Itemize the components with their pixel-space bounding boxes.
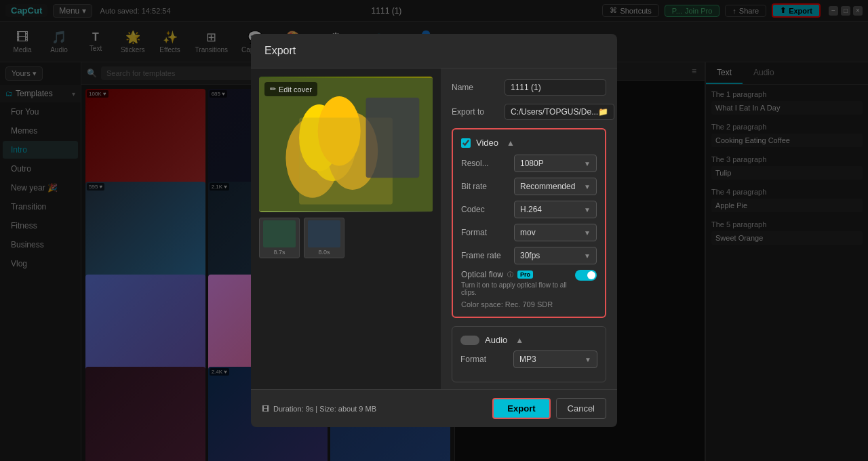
cover-container: ✏ Edit cover: [259, 77, 433, 212]
audio-format-arrow: ▼: [585, 356, 591, 363]
bitrate-value: Recommended: [520, 182, 575, 191]
audio-section: Audio ▲ Format MP3 ▼: [452, 326, 606, 382]
video-collapse-icon[interactable]: ▲: [507, 138, 515, 148]
optical-flow-toggle[interactable]: [575, 270, 597, 281]
resolution-select[interactable]: 1080P ▼: [514, 155, 597, 172]
bitrate-row: Bit rate Recommended ▼: [461, 178, 597, 195]
optical-flow-left: Optical flow ⓘ Pro Turn it on to apply o…: [461, 270, 570, 296]
dialog-thumb-image-1: [263, 220, 296, 247]
export-overlay: Export: [0, 0, 868, 461]
resolution-value: 1080P: [520, 159, 544, 168]
bitrate-label: Bit rate: [461, 182, 509, 191]
bitrate-arrow: ▼: [584, 183, 591, 191]
format-select[interactable]: mov ▼: [514, 224, 597, 241]
audio-section-title: Audio: [485, 335, 507, 345]
footer-buttons: Export Cancel: [492, 398, 606, 419]
name-value[interactable]: 1111 (1): [505, 79, 606, 96]
codec-arrow: ▼: [584, 206, 591, 214]
thumbnail-row-dialog: 8.7s 8.0s: [259, 218, 433, 258]
audio-collapse-icon[interactable]: ▲: [515, 336, 524, 345]
pro-badge: Pro: [517, 270, 533, 279]
dialog-export-button[interactable]: Export: [492, 398, 550, 419]
dialog-thumb-image-2: [308, 220, 340, 247]
audio-format-select[interactable]: MP3 ▼: [513, 350, 597, 368]
video-checkbox[interactable]: [461, 138, 471, 148]
format-value: mov: [520, 228, 536, 237]
dialog-title: Export: [264, 45, 296, 57]
svg-rect-7: [366, 98, 420, 178]
export-to-label: Export to: [452, 107, 499, 117]
codec-label: Codec: [461, 205, 509, 214]
video-section-title: Video: [476, 138, 498, 148]
codec-row: Codec H.264 ▼: [461, 201, 597, 218]
optical-flow-desc: Turn it on to apply optical flow to all …: [461, 281, 570, 296]
format-label: Format: [461, 228, 509, 237]
audio-format-value: MP3: [519, 355, 536, 364]
optical-flow-header: Optical flow ⓘ Pro: [461, 270, 570, 279]
audio-toggle-row: Audio ▲: [460, 335, 597, 345]
dialog-thumb-2[interactable]: 8.0s: [304, 218, 344, 258]
edit-icon: ✏: [270, 85, 276, 94]
dialog-thumb-time-2: 8.0s: [318, 249, 330, 256]
bitrate-select[interactable]: Recommended ▼: [514, 178, 597, 195]
format-row: Format mov ▼: [461, 224, 597, 241]
footer-info-text: Duration: 9s | Size: about 9 MB: [273, 405, 376, 413]
codec-value: H.264: [520, 205, 542, 214]
footer-info: 🎞 Duration: 9s | Size: about 9 MB: [262, 405, 376, 413]
framerate-select[interactable]: 30fps ▼: [514, 247, 597, 264]
dialog-settings-panel: Name 1111 (1) Export to C:/Users/TOPGUS/…: [441, 68, 617, 389]
optical-flow-label: Optical flow: [461, 270, 503, 279]
toggle-knob: [587, 271, 595, 279]
dialog-header: Export: [251, 34, 617, 68]
dialog-thumb-time-1: 8.7s: [273, 249, 285, 256]
video-section: Video ▲ Resol... 1080P ▼ Bit rate: [452, 128, 606, 318]
edit-cover-button[interactable]: ✏ Edit cover: [264, 82, 317, 96]
codec-select[interactable]: H.264 ▼: [514, 201, 597, 218]
cover-image: [259, 77, 433, 212]
cover-svg: [259, 77, 433, 212]
film-icon: 🎞: [262, 405, 269, 413]
color-space: Color space: Rec. 709 SDR: [461, 300, 597, 308]
resolution-row: Resol... 1080P ▼: [461, 155, 597, 172]
name-row: Name 1111 (1): [452, 79, 606, 96]
resolution-label: Resol...: [461, 159, 509, 168]
dialog-footer: 🎞 Duration: 9s | Size: about 9 MB Export…: [251, 389, 617, 427]
export-to-row: Export to C:/Users/TOPGUS/De... 📁: [452, 104, 606, 120]
dialog-thumb-1[interactable]: 8.7s: [259, 218, 300, 258]
optical-flow-row: Optical flow ⓘ Pro Turn it on to apply o…: [461, 270, 597, 296]
framerate-value: 30fps: [520, 251, 540, 260]
framerate-row: Frame rate 30fps ▼: [461, 247, 597, 264]
dialog-body: ✏ Edit cover 8.7s 8.0s: [251, 68, 617, 389]
export-dialog: Export: [251, 34, 617, 427]
framerate-label: Frame rate: [461, 251, 509, 260]
framerate-arrow: ▼: [584, 252, 591, 260]
audio-format-label: Format: [460, 355, 508, 364]
export-to-value[interactable]: C:/Users/TOPGUS/De... 📁: [505, 104, 614, 120]
format-arrow: ▼: [584, 229, 591, 237]
video-section-header: Video ▲: [461, 138, 597, 148]
folder-icon[interactable]: 📁: [598, 107, 608, 117]
name-label: Name: [452, 83, 499, 92]
audio-format-row: Format MP3 ▼: [460, 350, 597, 368]
dialog-cover-panel: ✏ Edit cover 8.7s 8.0s: [251, 68, 441, 389]
export-path-text: C:/Users/TOPGUS/De...: [511, 107, 598, 117]
optical-info-icon: ⓘ: [507, 270, 513, 279]
audio-toggle[interactable]: [460, 336, 479, 345]
dialog-cancel-button[interactable]: Cancel: [556, 398, 606, 419]
resolution-arrow: ▼: [584, 160, 591, 167]
